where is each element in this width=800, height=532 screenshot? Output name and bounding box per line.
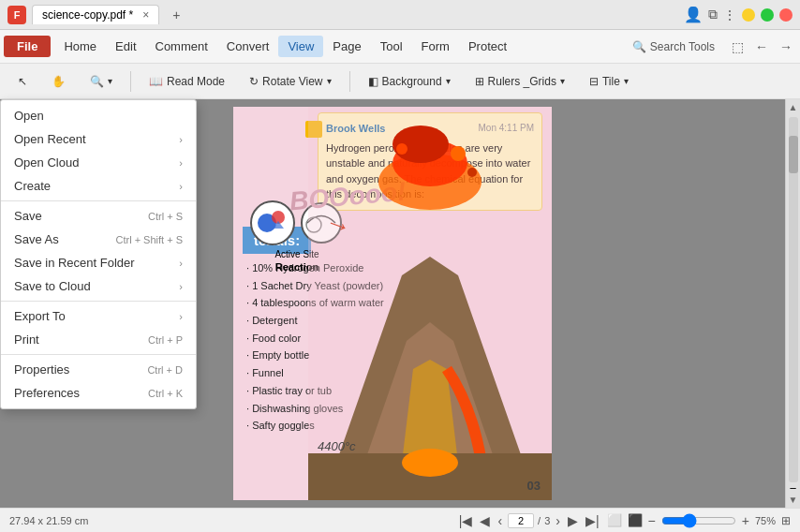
maximize-button[interactable] bbox=[761, 8, 774, 22]
separator-2 bbox=[1, 301, 196, 302]
read-mode-button[interactable]: 📖 Read Mode bbox=[139, 70, 235, 93]
toolbar-icon-group[interactable]: ↖ bbox=[7, 70, 37, 93]
arrow-icon: › bbox=[179, 134, 183, 145]
status-bar-right: |◀ ◀ ‹ / 3 › ▶ ▶| ⬜ ⬛ − + 75% ⊞ bbox=[457, 513, 791, 528]
right-scroll-panel: ▲ − ▼ bbox=[785, 99, 800, 508]
new-tab-button[interactable]: + bbox=[165, 5, 187, 25]
toolbar-separator-1 bbox=[130, 71, 131, 92]
active-site-diagram-1 bbox=[250, 200, 295, 245]
menu-create[interactable]: Create › bbox=[1, 174, 196, 198]
arrow-icon-4: › bbox=[179, 258, 183, 269]
file-dropdown-menu: Open Open Recent › Open Cloud › Create ›… bbox=[0, 99, 197, 409]
tile-button[interactable]: ⊟ Tile ▾ bbox=[579, 70, 639, 93]
menu-bar: File Home Edit Comment Convert View Page… bbox=[0, 30, 800, 64]
menu-print[interactable]: Print Ctrl + P bbox=[1, 328, 196, 351]
minimize-button[interactable] bbox=[742, 8, 755, 22]
menu-convert[interactable]: Convert bbox=[217, 36, 279, 57]
menu-open-recent[interactable]: Open Recent › bbox=[1, 127, 196, 151]
app-icon: F bbox=[7, 6, 26, 24]
close-button[interactable] bbox=[779, 8, 793, 22]
rulers-icon: ⊞ bbox=[475, 75, 484, 88]
rotate-icon: ↻ bbox=[249, 75, 259, 88]
scroll-down-button[interactable]: ▼ bbox=[789, 492, 798, 508]
arrow-icon-6: › bbox=[179, 311, 183, 322]
first-page-button[interactable]: |◀ bbox=[457, 513, 475, 528]
prev-page-button[interactable]: ◀ bbox=[478, 513, 492, 528]
menu-open-cloud[interactable]: Open Cloud › bbox=[1, 151, 196, 174]
menu-save-cloud[interactable]: Save to Cloud › bbox=[1, 274, 196, 298]
menu-protect[interactable]: Protect bbox=[459, 36, 516, 57]
background-icon: ◧ bbox=[368, 75, 378, 88]
fit-width-icon[interactable]: ⬛ bbox=[628, 513, 643, 527]
arrow-icon-2: › bbox=[179, 157, 183, 169]
menu-save[interactable]: Save Ctrl + S bbox=[1, 204, 196, 228]
menu-edit[interactable]: Edit bbox=[106, 36, 145, 57]
menu-home[interactable]: Home bbox=[54, 36, 106, 57]
scroll-thumb[interactable] bbox=[789, 136, 798, 173]
rotate-view-button[interactable]: ↻ Rotate View ▾ bbox=[239, 70, 341, 93]
chevron-down-icon-5: ▾ bbox=[624, 76, 629, 86]
title-bar-left: F science-copy.pdf * × + bbox=[7, 5, 187, 25]
hand-tool-button[interactable]: ✋ bbox=[41, 70, 76, 93]
cursor-icon: ↖ bbox=[18, 75, 27, 88]
fit-dropdown-icon[interactable]: ⊞ bbox=[781, 514, 791, 527]
page-number: 03 bbox=[527, 479, 541, 493]
fit-page-icon[interactable]: ⬜ bbox=[607, 513, 622, 527]
chevron-down-icon-3: ▾ bbox=[446, 76, 451, 86]
tab-close-icon[interactable]: × bbox=[142, 8, 149, 22]
arrow-icon-3: › bbox=[179, 181, 183, 192]
title-bar-right: 👤 ⧉ ⋮ bbox=[684, 6, 793, 23]
chevron-down-icon-4: ▾ bbox=[560, 76, 565, 86]
next-button[interactable]: › bbox=[554, 513, 562, 528]
menu-view[interactable]: View bbox=[278, 36, 323, 57]
total-pages: 3 bbox=[544, 515, 550, 526]
search-tools[interactable]: 🔍 Search Tools bbox=[623, 37, 724, 57]
background-button[interactable]: ◧ Background ▾ bbox=[358, 70, 461, 93]
page-dimensions: 27.94 x 21.59 cm bbox=[9, 515, 88, 526]
split-handle[interactable]: − bbox=[786, 484, 801, 492]
external-link-icon[interactable]: ⬚ bbox=[728, 36, 748, 58]
forward-icon[interactable]: → bbox=[776, 36, 796, 58]
last-page-button[interactable]: ▶| bbox=[584, 513, 601, 528]
scroll-up-button[interactable]: ▲ bbox=[789, 99, 798, 115]
zoom-dropdown-button[interactable]: 🔍 ▾ bbox=[80, 70, 123, 93]
main-layout: Open Open Recent › Open Cloud › Create ›… bbox=[0, 99, 800, 508]
menu-properties[interactable]: Properties Ctrl + D bbox=[1, 358, 196, 381]
chevron-down-icon: ▾ bbox=[108, 76, 112, 86]
rulers-grids-button[interactable]: ⊞ Rulers _Grids ▾ bbox=[465, 70, 575, 93]
chevron-down-icon-2: ▾ bbox=[327, 76, 332, 86]
tile-icon: ⊟ bbox=[589, 75, 599, 88]
current-page-input[interactable] bbox=[508, 513, 534, 528]
document-tab[interactable]: science-copy.pdf * × bbox=[32, 5, 159, 24]
temperature-label: 4400°c bbox=[318, 439, 356, 453]
zoom-in-button[interactable]: + bbox=[742, 513, 749, 528]
menu-bar-right: 🔍 Search Tools ⬚ ← → bbox=[623, 36, 796, 58]
menu-preferences[interactable]: Preferences Ctrl + K bbox=[1, 381, 196, 405]
zoom-out-button[interactable]: − bbox=[648, 513, 656, 528]
menu-tool[interactable]: Tool bbox=[371, 36, 412, 57]
prev-button[interactable]: ‹ bbox=[496, 513, 504, 528]
menu-export-to[interactable]: Export To › bbox=[1, 304, 196, 328]
read-mode-icon: 📖 bbox=[149, 75, 163, 88]
menu-save-as[interactable]: Save As Ctrl + Shift + S bbox=[1, 228, 196, 251]
menu-open[interactable]: Open bbox=[1, 104, 196, 127]
share-icon[interactable]: ⧉ bbox=[708, 7, 718, 22]
overflow-icon[interactable]: ⋮ bbox=[723, 7, 736, 22]
svg-point-10 bbox=[467, 168, 477, 177]
toolbar-separator-2 bbox=[349, 71, 350, 92]
separator-3 bbox=[1, 354, 196, 355]
back-icon[interactable]: ← bbox=[751, 36, 772, 58]
zoom-slider[interactable] bbox=[661, 513, 736, 528]
next-page-button[interactable]: ▶ bbox=[566, 513, 580, 528]
separator-1 bbox=[1, 200, 196, 201]
zoom-percentage: 75% bbox=[755, 515, 776, 526]
page-separator: / bbox=[538, 515, 541, 526]
menu-comment[interactable]: Comment bbox=[146, 36, 217, 57]
menu-form[interactable]: Form bbox=[412, 36, 459, 57]
page-navigation: |◀ ◀ ‹ / 3 › ▶ ▶| bbox=[457, 513, 601, 528]
document-page: Brook Wells Mon 4:11 PM Hydrogen peroxid… bbox=[233, 107, 552, 500]
menu-save-recent-folder[interactable]: Save in Recent Folder › bbox=[1, 251, 196, 274]
menu-page[interactable]: Page bbox=[323, 36, 370, 57]
menu-file[interactable]: File bbox=[4, 36, 51, 57]
arrow-icon-5: › bbox=[179, 281, 183, 292]
